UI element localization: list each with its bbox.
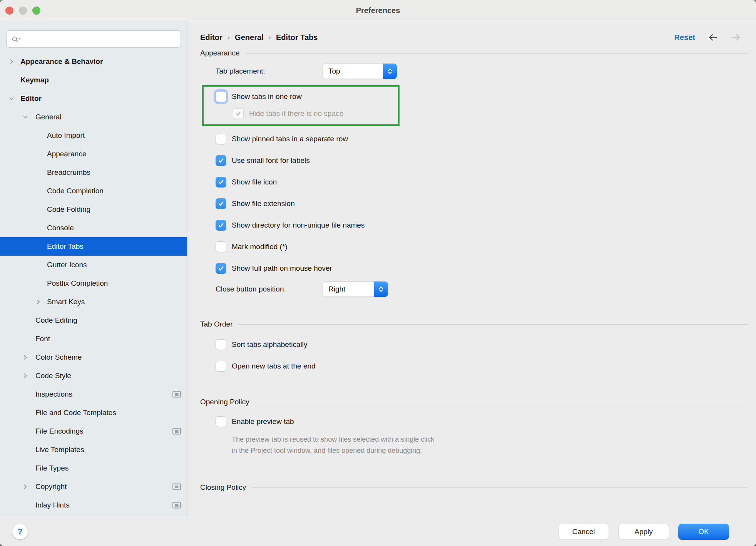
chevron-right-icon[interactable]: [22, 484, 28, 490]
sidebar-item-postfix-completion[interactable]: Postfix Completion: [0, 274, 187, 293]
sidebar-item-code-folding[interactable]: Code Folding: [0, 200, 187, 219]
sidebar-item-code-completion[interactable]: Code Completion: [0, 182, 187, 200]
close-button-position-label: Close button position:: [216, 285, 323, 293]
checkbox-use-small-font-for-labels[interactable]: [216, 155, 226, 166]
sidebar-item-editor-tabs[interactable]: Editor Tabs: [0, 237, 187, 256]
sidebar-item-file-encodings[interactable]: File Encodings: [0, 422, 187, 440]
settings-body: Appearance Tab placement: Top: [187, 49, 756, 492]
setting-row-show-pinned-tabs-in-a-separate-row[interactable]: Show pinned tabs in a separate row: [216, 128, 748, 150]
sidebar-item-keymap[interactable]: Keymap: [0, 71, 187, 89]
checkbox-label: Use small font for labels: [232, 156, 310, 165]
checkbox-show-pinned-tabs-in-a-separate-row[interactable]: [216, 134, 226, 144]
sidebar-item-file-types[interactable]: File Types: [0, 459, 187, 477]
content-header: Editor › General › Editor Tabs Reset: [187, 21, 756, 42]
section-tab-order: Tab Order: [200, 320, 748, 328]
sidebar-item-console[interactable]: Console: [0, 219, 187, 237]
breadcrumb-item-general[interactable]: General: [235, 33, 263, 42]
close-button-position-select[interactable]: Right: [323, 281, 388, 297]
back-arrow-icon[interactable]: [707, 33, 718, 42]
sidebar-item-label: Console: [47, 224, 74, 232]
sidebar-item-general[interactable]: General: [0, 108, 187, 126]
sidebar-item-live-templates[interactable]: Live Templates: [0, 440, 187, 459]
checkbox-label: Hide tabs if there is no space: [249, 109, 343, 118]
setting-row-show-file-extension[interactable]: Show file extension: [216, 193, 748, 214]
sidebar-item-label: Breadcrumbs: [47, 168, 90, 177]
tab-placement-row: Tab placement: Top: [216, 62, 748, 80]
reset-link[interactable]: Reset: [674, 33, 695, 42]
chevron-down-icon[interactable]: [22, 114, 28, 120]
sidebar-item-breadcrumbs[interactable]: Breadcrumbs: [0, 163, 187, 182]
sidebar-item-label: Copyright: [35, 482, 67, 491]
sidebar-item-gutter-icons[interactable]: Gutter Icons: [0, 256, 187, 274]
checkbox-show-directory-for-non-unique-file-names[interactable]: [216, 220, 226, 231]
sidebar-item-auto-import[interactable]: Auto Import: [0, 126, 187, 145]
search-input[interactable]: [25, 35, 181, 43]
breadcrumb-item-editor-tabs: Editor Tabs: [276, 33, 318, 42]
checkbox-open-new-tabs-at-the-end[interactable]: [216, 361, 226, 372]
titlebar: Preferences: [0, 0, 756, 21]
section-opening-policy: Opening Policy: [200, 398, 748, 406]
footer-buttons: Cancel Apply OK: [558, 524, 729, 540]
checkbox-show-full-path-on-mouse-hover[interactable]: [216, 263, 226, 274]
sidebar-item-label: Appearance & Behavior: [20, 57, 103, 66]
checkbox-sort-tabs-alphabetically[interactable]: [216, 339, 226, 350]
sidebar-item-label: Smart Keys: [47, 298, 85, 306]
monitor-icon: [172, 502, 181, 509]
setting-row-mark-modified[interactable]: Mark modified (*): [216, 236, 748, 258]
setting-row-enable-preview-tab[interactable]: Enable preview tab: [216, 411, 748, 432]
sidebar-item-label: File and Code Templates: [35, 409, 116, 417]
setting-row-show-directory-for-non-unique-file-names[interactable]: Show directory for non-unique file names: [216, 214, 748, 236]
sidebar-item-label: Code Editing: [35, 316, 77, 325]
preview-tab-help-text: The preview tab is reused to show files …: [232, 434, 748, 456]
setting-row-sort-tabs-alphabetically[interactable]: Sort tabs alphabetically: [216, 334, 748, 355]
sidebar-item-appearance-behavior[interactable]: Appearance & Behavior: [0, 52, 187, 71]
checkbox-show-tabs-in-one-row[interactable]: [216, 91, 226, 102]
sidebar-item-appearance[interactable]: Appearance: [0, 145, 187, 163]
apply-button[interactable]: Apply: [618, 524, 669, 540]
setting-row-open-new-tabs-at-the-end[interactable]: Open new tabs at the end: [216, 355, 748, 377]
sidebar-item-inlay-hints[interactable]: Inlay Hints: [0, 496, 187, 514]
tab-placement-select[interactable]: Top: [323, 64, 397, 79]
sidebar-item-editor[interactable]: Editor: [0, 89, 187, 108]
checkbox-show-file-icon[interactable]: [216, 177, 226, 188]
sidebar-item-file-and-code-templates[interactable]: File and Code Templates: [0, 404, 187, 422]
setting-row-show-full-path-on-mouse-hover[interactable]: Show full path on mouse hover: [216, 258, 748, 279]
chevron-down-icon[interactable]: [8, 95, 15, 102]
chevron-right-icon[interactable]: [22, 354, 28, 360]
section-appearance: Appearance: [200, 49, 748, 57]
sidebar-item-color-scheme[interactable]: Color Scheme: [0, 348, 187, 367]
chevron-right-icon[interactable]: [8, 59, 15, 65]
sidebar-item-label: File Types: [35, 464, 69, 472]
checkbox-hide-tabs-if-there-is-no-space: [233, 108, 244, 119]
setting-row-show-tabs-in-one-row[interactable]: Show tabs in one row: [204, 88, 398, 105]
setting-row-use-small-font-for-labels[interactable]: Use small font for labels: [216, 150, 748, 171]
sidebar-item-inspections[interactable]: Inspections: [0, 385, 187, 404]
checkbox-label: Show full path on mouse hover: [232, 264, 332, 273]
cancel-button[interactable]: Cancel: [558, 524, 609, 540]
breadcrumb-item-editor[interactable]: Editor: [200, 33, 222, 42]
sidebar-item-label: Live Templates: [35, 446, 84, 454]
sidebar-item-smart-keys[interactable]: Smart Keys: [0, 293, 187, 311]
sidebar-item-code-editing[interactable]: Code Editing: [0, 311, 187, 330]
settings-tree: Appearance & BehaviorKeymapEditorGeneral…: [0, 52, 187, 514]
preferences-window: Preferences Appearance & BehaviorKeymapE…: [0, 0, 756, 546]
forward-arrow-icon[interactable]: [731, 33, 741, 42]
sidebar-item-copyright[interactable]: Copyright: [0, 477, 187, 496]
sidebar-item-code-style[interactable]: Code Style: [0, 367, 187, 385]
sidebar-item-font[interactable]: Font: [0, 330, 187, 348]
checkbox-show-file-extension[interactable]: [216, 198, 226, 209]
section-title: Closing Policy: [200, 483, 246, 492]
help-button[interactable]: ?: [12, 524, 28, 539]
checkbox-label: Show file icon: [232, 178, 277, 186]
ok-button[interactable]: OK: [678, 524, 729, 540]
sidebar-item-label: Appearance: [47, 150, 86, 158]
checkbox-label: Mark modified (*): [232, 243, 288, 251]
checkbox-enable-preview-tab[interactable]: [216, 416, 226, 427]
chevron-right-icon[interactable]: [22, 373, 28, 379]
chevron-right-icon[interactable]: [35, 299, 42, 305]
checkbox-mark-modified[interactable]: [216, 241, 226, 252]
setting-row-show-file-icon[interactable]: Show file icon: [216, 171, 748, 193]
section-title: Tab Order: [200, 320, 232, 328]
section-title: Appearance: [200, 49, 239, 57]
search-box[interactable]: [6, 30, 181, 48]
